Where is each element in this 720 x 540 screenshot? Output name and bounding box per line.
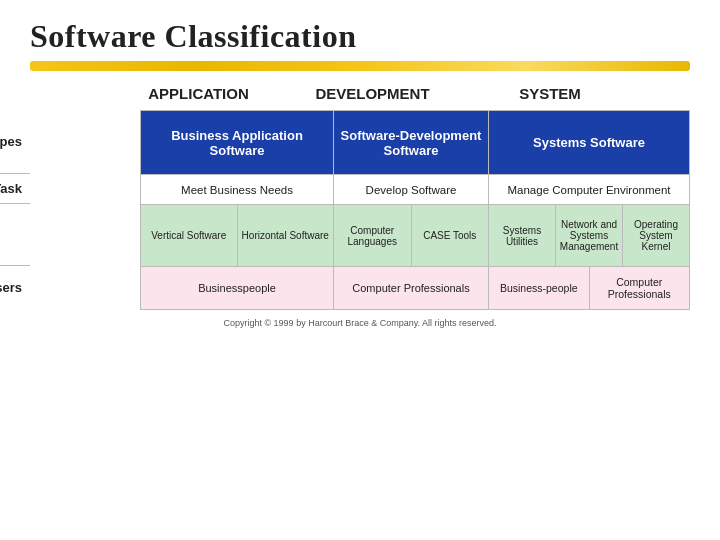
row-labels: Types Task Sub-Types Users [30, 110, 68, 310]
grid-container: Types Task Sub-Types Users Business Appl… [30, 110, 690, 310]
subtypes-dev-group: Computer Languages CASE Tools [334, 205, 489, 266]
task-row: Meet Business Needs Develop Software Man… [141, 175, 689, 205]
types-dev-cell: Software-Development Software [334, 111, 489, 174]
types-sys-cell: Systems Software [489, 111, 689, 174]
page-title: Software Classification [30, 18, 690, 55]
subtypes-sys-0: Systems Utilities [489, 205, 556, 266]
subtypes-sys-1: Network and Systems Management [556, 205, 623, 266]
task-dev-cell: Develop Software [334, 175, 489, 204]
header-application: APPLICATION [102, 85, 295, 102]
subtypes-app-1: Horizontal Software [238, 205, 334, 266]
copyright-text: Copyright © 1999 by Harcourt Brace & Com… [30, 318, 690, 328]
column-headers: APPLICATION DEVELOPMENT SYSTEM [102, 85, 690, 102]
page: Software Classification APPLICATION DEVE… [0, 0, 720, 540]
header-development: DEVELOPMENT [295, 85, 450, 102]
types-app-cell: Business Application Software [141, 111, 334, 174]
users-sys-0: Business-people [489, 267, 590, 309]
header-system: SYSTEM [450, 85, 650, 102]
subtypes-app-group: Vertical Software Horizontal Software [141, 205, 334, 266]
title-underline [30, 61, 690, 71]
subtypes-app-0: Vertical Software [141, 205, 238, 266]
label-subtypes: Sub-Types [0, 204, 30, 266]
users-app-cell: Businesspeople [141, 267, 334, 309]
task-sys-cell: Manage Computer Environment [489, 175, 689, 204]
users-sys-1: Computer Professionals [590, 267, 690, 309]
label-users: Users [0, 266, 30, 308]
task-app-cell: Meet Business Needs [141, 175, 334, 204]
subtypes-dev-0: Computer Languages [334, 205, 412, 266]
types-row: Business Application Software Software-D… [141, 111, 689, 175]
users-sys-group: Business-people Computer Professionals [489, 267, 689, 309]
subtypes-sys-2: Operating System Kernel [623, 205, 689, 266]
subtypes-row: Vertical Software Horizontal Software Co… [141, 205, 689, 267]
users-dev-cell: Computer Professionals [334, 267, 489, 309]
label-task: Task [0, 174, 30, 204]
main-grid: Business Application Software Software-D… [140, 110, 690, 310]
users-row: Businesspeople Computer Professionals Bu… [141, 267, 689, 309]
subtypes-sys-group: Systems Utilities Network and Systems Ma… [489, 205, 689, 266]
label-types: Types [0, 110, 30, 174]
subtypes-dev-1: CASE Tools [412, 205, 489, 266]
